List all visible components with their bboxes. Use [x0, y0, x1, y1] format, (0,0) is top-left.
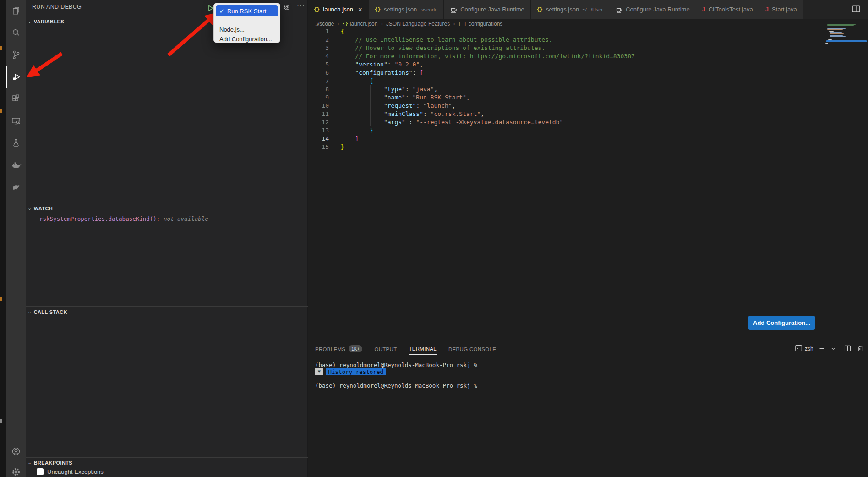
code-line: 15}: [308, 143, 868, 151]
launch-config-dropdown-menu: ✓ Run RSK Start Node.js... Add Configura…: [213, 3, 280, 43]
menu-item-run-rsk-start[interactable]: ✓ Run RSK Start: [216, 5, 278, 16]
minimap-line: [827, 24, 856, 25]
kill-terminal-trash-icon[interactable]: [857, 345, 864, 352]
call-stack-section-header[interactable]: ⌄ CALL STACK: [27, 309, 67, 315]
add-configuration-button[interactable]: Add Configuration...: [748, 316, 815, 330]
line-number: 15: [308, 143, 329, 151]
remote-explorer-icon[interactable]: [6, 110, 26, 132]
docker-icon[interactable]: [6, 154, 26, 176]
shell-label: zsh: [805, 345, 813, 352]
panel-tab-output[interactable]: OUTPUT: [374, 345, 397, 355]
section-label: BREAKPOINTS: [34, 460, 72, 466]
breadcrumb-item-launch-json[interactable]: {}launch.json: [343, 21, 378, 27]
json-icon: {}: [314, 6, 320, 12]
debug-gear-icon[interactable]: [283, 3, 291, 11]
code-token: "args": [384, 119, 405, 126]
edge-artifact: [0, 109, 2, 113]
account-icon[interactable]: [6, 440, 26, 462]
editor-tab-configure-java-runtime[interactable]: Configure Java Runtime: [444, 0, 530, 19]
breakpoints-section-header[interactable]: ⌄ BREAKPOINTS: [27, 460, 72, 466]
code-line: 1{: [308, 27, 868, 36]
settings-gear-icon[interactable]: [6, 461, 26, 477]
testing-icon[interactable]: [6, 132, 26, 154]
editor-tab-clitoolstest-java[interactable]: JCliToolsTest.java: [696, 0, 759, 19]
code-text: }: [341, 143, 344, 151]
code-editor[interactable]: 1{2 // Use IntelliSense to learn about p…: [308, 27, 868, 151]
editor-tab-launch-json[interactable]: {}launch.json×: [308, 0, 369, 19]
line-number: 5: [308, 60, 329, 69]
editor-tab-settings-json[interactable]: {}settings.json~/.../User: [531, 0, 609, 19]
editor-tab-settings-json[interactable]: {}settings.json.vscode: [369, 0, 444, 19]
menu-item-label: Node.js...: [219, 26, 245, 33]
json-icon: {}: [375, 6, 381, 12]
variables-section-header[interactable]: ⌄ VARIABLES: [27, 18, 64, 24]
watch-section-header[interactable]: ⌄ WATCH: [27, 205, 53, 211]
breadcrumb-item-json-language-features[interactable]: JSON Language Features: [386, 21, 450, 27]
menu-item-add-configuration[interactable]: Add Configuration...: [219, 35, 272, 43]
gradle-icon[interactable]: [6, 176, 26, 198]
code-text: // Use IntelliSense to learn about possi…: [341, 36, 552, 44]
code-token: :: [416, 102, 423, 109]
edge-artifact: [0, 297, 2, 301]
terminal-output[interactable]: (base) reynoldmorel@Reynolds-MacBook-Pro…: [315, 362, 477, 389]
code-line: 9 "name": "Run RSK Start",: [308, 93, 868, 102]
menu-separator: [219, 22, 274, 22]
code-token: [341, 127, 370, 134]
panel-tab-problems[interactable]: PROBLEMS1K+: [315, 345, 362, 355]
close-icon[interactable]: ×: [358, 5, 362, 13]
code-token: {: [370, 77, 373, 84]
indent-guide: [370, 85, 371, 126]
code-link[interactable]: https://go.microsoft.com/fwlink/?linkid=…: [470, 53, 635, 60]
new-terminal-icon[interactable]: [819, 345, 825, 352]
menu-item-label: Add Configuration...: [219, 36, 272, 43]
terminal-dropdown-chevron-icon[interactable]: [830, 346, 836, 351]
line-number: 10: [308, 102, 329, 110]
terminal-line: (base) reynoldmorel@Reynolds-MacBook-Pro…: [315, 362, 477, 368]
minimap-line: [830, 36, 846, 37]
extensions-icon[interactable]: [6, 88, 26, 110]
code-token: ,: [480, 110, 484, 117]
editor-tab-configure-java-runtime[interactable]: Configure Java Runtime: [609, 0, 696, 19]
code-token: [341, 135, 355, 142]
terminal-line: *History restored: [315, 368, 477, 375]
breakpoint-item[interactable]: Uncaught Exceptions: [37, 468, 104, 475]
terminal-launch-icon[interactable]: zsh: [795, 345, 813, 352]
code-text: "type": "java",: [341, 85, 437, 93]
menu-item-nodejs[interactable]: Node.js...: [219, 25, 245, 33]
tab-detail: .vscode: [420, 7, 437, 12]
code-token: }: [370, 127, 373, 134]
uncaught-exceptions-checkbox[interactable]: [37, 468, 44, 475]
minimap[interactable]: [824, 21, 868, 49]
code-token: // For more information, visit:: [341, 53, 470, 60]
more-actions-icon[interactable]: ···: [297, 1, 305, 9]
terminal-highlight-chip: History restored: [326, 368, 386, 375]
editor-tab-start-java[interactable]: JStart.java: [759, 0, 803, 19]
minimap-line: [829, 31, 834, 32]
panel-tab-debug-console[interactable]: DEBUG CONSOLE: [448, 345, 496, 355]
edge-artifact: [0, 419, 2, 423]
chevron-down-icon: ⌄: [27, 205, 32, 211]
source-control-icon[interactable]: [6, 44, 26, 66]
code-token: ,: [420, 61, 423, 68]
code-text: {: [341, 27, 344, 36]
run-and-debug-icon[interactable]: [6, 66, 26, 88]
section-divider: [26, 306, 308, 307]
minimap-line: [826, 40, 867, 42]
code-line: 2 // Use IntelliSense to learn about pos…: [308, 36, 868, 44]
panel-tab-terminal[interactable]: TERMINAL: [409, 345, 437, 355]
breadcrumb-separator-icon: ›: [337, 20, 339, 27]
minimap-line: [827, 25, 854, 26]
code-line: 8 "type": "java",: [308, 85, 868, 93]
breadcrumb-item-vscode[interactable]: .vscode: [315, 21, 334, 27]
split-terminal-icon[interactable]: [844, 345, 852, 352]
split-editor-layout-icon[interactable]: [851, 4, 861, 14]
section-label: WATCH: [34, 206, 53, 211]
explorer-icon[interactable]: [6, 0, 26, 22]
minimap-line: [828, 39, 832, 40]
watch-expression-item[interactable]: rskSystemProperties.databaseKind(): not …: [39, 215, 208, 222]
search-icon[interactable]: [6, 22, 26, 44]
code-text: "configurations": [: [341, 69, 423, 77]
terminal-highlight-chip: *: [315, 368, 323, 375]
breadcrumb-item-configurations[interactable]: [ ]configurations: [459, 21, 503, 27]
line-number: 4: [308, 52, 329, 60]
